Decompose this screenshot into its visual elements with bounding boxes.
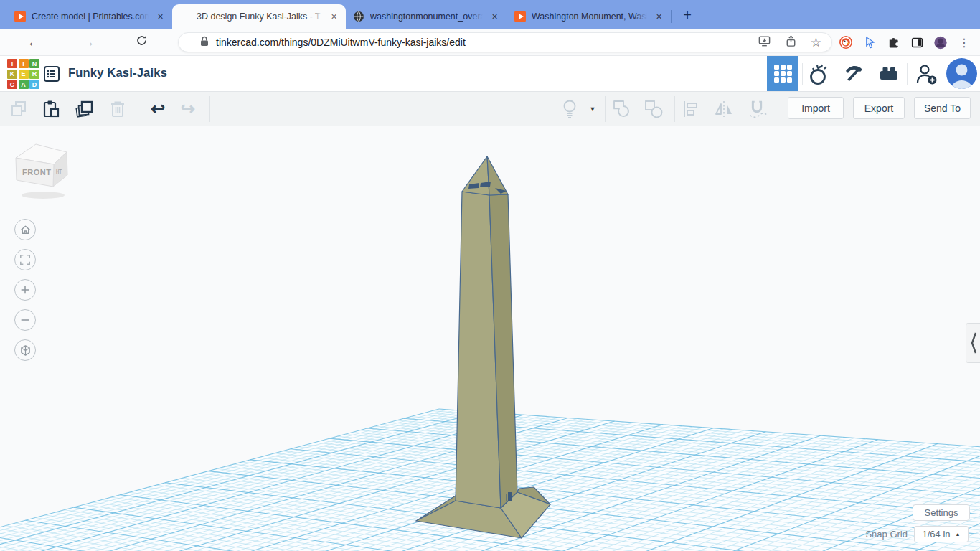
mirror-icon[interactable]: [713, 98, 735, 120]
group-icon[interactable]: [611, 98, 633, 120]
editor-toolbar: ↩ ↪ ▼ Import Export Send To: [0, 92, 980, 126]
send-to-button[interactable]: Send To: [914, 97, 971, 119]
light-dropdown-caret[interactable]: ▼: [584, 98, 601, 120]
close-tab-icon[interactable]: ×: [653, 11, 665, 23]
chevron-left-icon: [970, 329, 977, 357]
align-icon[interactable]: [680, 98, 702, 120]
browser-window: Create model | Printables.com × 3D desig…: [0, 0, 980, 551]
cursor-extension-icon[interactable]: [862, 35, 877, 50]
redo-button[interactable]: ↪: [177, 98, 199, 120]
home-view-button[interactable]: [14, 219, 36, 240]
settings-button[interactable]: Settings: [913, 504, 970, 521]
zoom-in-button[interactable]: [14, 279, 36, 301]
tab-printables-monument[interactable]: Washington Monument, Washi ×: [507, 4, 671, 29]
export-button[interactable]: Export: [853, 97, 905, 119]
tab-monument-image[interactable]: washingtonmonument_overall1 ×: [346, 4, 507, 29]
install-app-icon[interactable]: [758, 34, 771, 51]
workplane-light-icon[interactable]: [559, 98, 580, 120]
profile-avatar[interactable]: [933, 35, 948, 50]
back-button[interactable]: ←: [24, 33, 43, 52]
reload-button[interactable]: [132, 33, 151, 52]
view-cube-right-label: HT: [56, 168, 62, 176]
forward-button[interactable]: →: [79, 33, 98, 52]
new-tab-button[interactable]: +: [677, 6, 697, 26]
tab-title: Washington Monument, Washi: [532, 11, 647, 22]
delete-icon[interactable]: [107, 98, 128, 120]
share-icon[interactable]: [784, 34, 798, 51]
omnibox[interactable]: tinkercad.com/things/0DZMiUitwmV-funky-k…: [178, 32, 832, 52]
close-tab-icon[interactable]: ×: [154, 11, 166, 23]
view-cube[interactable]: FRONT HT: [10, 138, 79, 205]
chrome-menu-icon[interactable]: ⋮: [957, 35, 971, 50]
tab-tinkercad-design[interactable]: 3D design Funky Kasi-Jaiks - T ×: [172, 4, 346, 29]
grid-icon: [774, 65, 792, 83]
design-title[interactable]: Funky Kasi-Jaiks: [68, 66, 167, 80]
snap-magnet-icon[interactable]: [746, 98, 768, 120]
side-panel-icon[interactable]: [910, 35, 924, 50]
snap-grid-select[interactable]: 1/64 in ▲: [914, 526, 969, 542]
globe-favicon: [353, 11, 364, 22]
simlab-apple-icon[interactable]: [806, 62, 831, 86]
tinkercad-header: TIN KER CAD Funky Kasi-Jaiks: [0, 56, 980, 92]
lock-icon: [200, 36, 209, 50]
perspective-toggle-button[interactable]: [14, 339, 36, 361]
tab-title: 3D design Funky Kasi-Jaiks - T: [197, 11, 321, 22]
paste-icon[interactable]: [40, 98, 62, 120]
view-cube-front-label: FRONT: [22, 168, 51, 176]
url-text: tinkercad.com/things/0DZMiUitwmV-funky-k…: [216, 37, 466, 48]
import-button[interactable]: Import: [788, 97, 844, 119]
duplicate-icon[interactable]: [74, 98, 95, 120]
bookmark-star-icon[interactable]: ☆: [811, 37, 821, 49]
tinkercad-logo[interactable]: TIN KER CAD: [7, 59, 39, 89]
account-avatar[interactable]: [946, 58, 977, 89]
extensions-puzzle-icon[interactable]: [886, 35, 900, 50]
copy-icon[interactable]: [8, 98, 29, 120]
address-bar: ← → tinkercad.com/things/0DZMiUitwmV-fun…: [0, 29, 980, 56]
design-menu-icon[interactable]: [43, 65, 60, 85]
tab-title: washingtonmonument_overall1: [370, 11, 483, 22]
panel-collapse-handle[interactable]: [966, 323, 980, 363]
duckduckgo-extension-icon[interactable]: [839, 35, 853, 50]
tab-strip: Create model | Printables.com × 3D desig…: [0, 0, 980, 29]
tab-printables-create[interactable]: Create model | Printables.com ×: [7, 4, 172, 29]
zoom-out-button[interactable]: [14, 309, 36, 331]
ungroup-icon[interactable]: [643, 98, 664, 120]
tab-separator: [671, 10, 672, 23]
dashboard-grid-button[interactable]: [767, 56, 798, 91]
snap-grid-value: 1/64 in: [923, 529, 951, 540]
close-tab-icon[interactable]: ×: [328, 11, 340, 23]
printables-favicon: [514, 11, 526, 22]
design-canvas[interactable]: FRONT HT Settings Snap Grid 1/: [0, 126, 980, 551]
tab-title: Create model | Printables.com: [32, 11, 149, 22]
snap-grid-label: Snap Grid: [865, 529, 908, 540]
tinkercad-favicon: [179, 11, 191, 22]
chevron-up-icon: ▲: [956, 532, 961, 537]
lego-brick-icon[interactable]: [877, 62, 901, 86]
undo-button[interactable]: ↩: [147, 98, 169, 120]
minecraft-pickaxe-icon[interactable]: [842, 62, 866, 86]
printables-favicon: [14, 11, 26, 22]
fit-view-button[interactable]: [14, 249, 36, 270]
share-invite-icon[interactable]: [914, 62, 938, 86]
close-tab-icon[interactable]: ×: [489, 11, 501, 23]
